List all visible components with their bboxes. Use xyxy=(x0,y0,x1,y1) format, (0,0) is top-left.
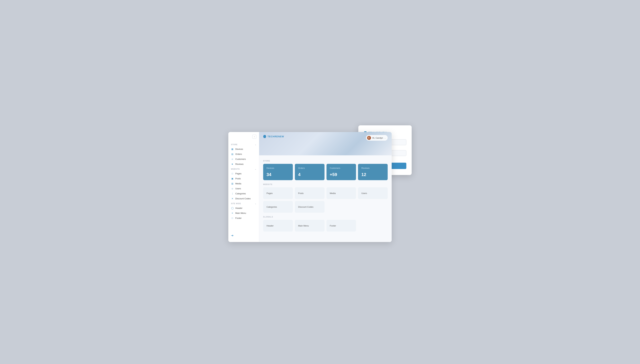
logout-button[interactable]: ➔ xyxy=(228,232,259,239)
globals-cards-row: Header Main Menu Footer xyxy=(263,220,388,232)
discount-icon: ✕ xyxy=(231,197,234,200)
devices-card-value: 34 xyxy=(266,172,290,177)
sidebar-item-devices[interactable]: ▦ Devices xyxy=(228,146,259,152)
globals-section-heading: GLOBALS xyxy=(263,216,388,218)
media-card[interactable]: Media xyxy=(326,187,356,199)
banner-logo: TECHRENEW xyxy=(263,135,284,138)
customers-card-title: Customers xyxy=(330,167,353,169)
customers-card[interactable]: Customers +59 xyxy=(326,164,356,180)
posts-card-title: Posts xyxy=(298,192,304,194)
users-card-title: Users xyxy=(361,192,367,194)
website-chevron-icon: ⌄ xyxy=(255,168,256,170)
user-menu-button[interactable]: C Hi, Carolyn ⌄ xyxy=(366,135,388,141)
website-cards-row1: Pages Posts Media Users xyxy=(263,187,388,199)
sidebar-item-posts[interactable]: ▣ Posts xyxy=(228,176,259,181)
pages-card-title: Pages xyxy=(266,192,273,194)
categories-card[interactable]: Categories xyxy=(263,201,293,213)
customers-card-value: +59 xyxy=(330,172,353,177)
orders-card-value: 4 xyxy=(298,172,321,177)
customers-icon: ☺ xyxy=(231,158,234,160)
discount-codes-card[interactable]: Discount Codes xyxy=(295,201,324,213)
sidebar-item-footer[interactable]: □ Footer xyxy=(228,216,259,220)
sidebar-item-media[interactable]: ▥ Media xyxy=(228,181,259,186)
sidebar-item-pages[interactable]: □ Pages xyxy=(228,171,259,176)
sitewide-chevron-icon: ⌄ xyxy=(255,203,256,204)
top-banner: TECHRENEW C Hi, Carolyn ⌄ xyxy=(259,132,392,155)
devices-card-title: Devices xyxy=(266,167,290,169)
reviews-icon: ★ xyxy=(231,163,234,165)
devices-icon: ▦ xyxy=(231,148,234,150)
footer-icon: □ xyxy=(231,217,234,219)
pages-card[interactable]: Pages xyxy=(263,187,293,199)
main-menu-card-title: Main Menu xyxy=(298,224,309,227)
empty-card-2 xyxy=(358,201,388,213)
main-content: TECHRENEW C Hi, Carolyn ⌄ STORE Devices … xyxy=(259,132,392,242)
sidebar-item-discount-codes[interactable]: ✕ Discount Codes xyxy=(228,196,259,201)
store-section-heading: STORE xyxy=(263,160,388,162)
sidebar: ‹ STORE ⌄ ▦ Devices ▤ Orders ☺ Customers… xyxy=(228,132,259,242)
sidebar-item-users[interactable]: ☺ Users xyxy=(228,186,259,191)
banner-logo-icon xyxy=(263,135,266,138)
posts-icon: ▣ xyxy=(231,177,234,180)
users-card[interactable]: Users xyxy=(358,187,388,199)
sidebar-item-customers[interactable]: ☺ Customers xyxy=(228,156,259,162)
users-icon: ☺ xyxy=(231,187,234,190)
media-card-title: Media xyxy=(330,192,336,194)
scene: TECHRENEW d * assword? Login ‹ STORE ⌄ ▦… xyxy=(228,122,412,242)
footer-card-title: Footer xyxy=(330,224,336,227)
store-section-label: STORE ⌄ xyxy=(228,144,259,146)
dashboard-body: STORE Devices 34 Orders 4 Customers +59 xyxy=(259,155,392,242)
sidebar-item-categories[interactable]: ⋮ Categories xyxy=(228,191,259,196)
user-dropdown-icon: ⌄ xyxy=(384,137,386,139)
devices-card[interactable]: Devices 34 xyxy=(263,164,293,180)
dashboard-window: ‹ STORE ⌄ ▦ Devices ▤ Orders ☺ Customers… xyxy=(228,132,392,242)
posts-card[interactable]: Posts xyxy=(295,187,324,199)
website-section-heading: WEBSITE xyxy=(263,184,388,185)
website-cards-row2: Categories Discount Codes xyxy=(263,201,388,213)
header-card[interactable]: Header xyxy=(263,220,293,232)
sidebar-item-orders[interactable]: ▤ Orders xyxy=(228,152,259,156)
reviews-card[interactable]: Reviews 12 xyxy=(358,164,388,180)
avatar: C xyxy=(367,136,371,140)
website-section-label: WEBSITE ⌄ xyxy=(228,168,259,170)
menu-icon: ≡ xyxy=(231,212,234,214)
banner-logo-text: TECHRENEW xyxy=(268,135,284,138)
orders-card-title: Orders xyxy=(298,167,321,169)
store-cards-grid: Devices 34 Orders 4 Customers +59 Review… xyxy=(263,164,388,180)
media-icon: ▥ xyxy=(231,182,234,185)
sidebar-item-main-menu[interactable]: ≡ Main Menu xyxy=(228,210,259,216)
reviews-card-title: Reviews xyxy=(361,167,384,169)
store-chevron-icon: ⌄ xyxy=(255,144,256,146)
sidebar-item-reviews[interactable]: ★ Reviews xyxy=(228,162,259,166)
reviews-card-value: 12 xyxy=(361,172,384,177)
user-greeting: Hi, Carolyn xyxy=(372,137,383,139)
sidebar-item-header[interactable]: ◯ Header xyxy=(228,206,259,210)
orders-icon: ▤ xyxy=(231,153,234,155)
main-menu-card[interactable]: Main Menu xyxy=(295,220,324,232)
pages-icon: □ xyxy=(231,172,234,175)
sidebar-toggle-button[interactable]: ‹ xyxy=(252,135,256,139)
footer-card[interactable]: Footer xyxy=(326,220,356,232)
discount-codes-card-title: Discount Codes xyxy=(298,206,314,208)
empty-globals-card xyxy=(358,220,388,232)
categories-card-title: Categories xyxy=(266,206,277,208)
header-card-title: Header xyxy=(266,224,274,227)
sitewide-section-label: SITE WIDE ⌄ xyxy=(228,203,259,204)
categories-icon: ⋮ xyxy=(231,192,234,195)
empty-card-1 xyxy=(326,201,356,213)
orders-card[interactable]: Orders 4 xyxy=(295,164,324,180)
header-icon: ◯ xyxy=(231,207,234,209)
